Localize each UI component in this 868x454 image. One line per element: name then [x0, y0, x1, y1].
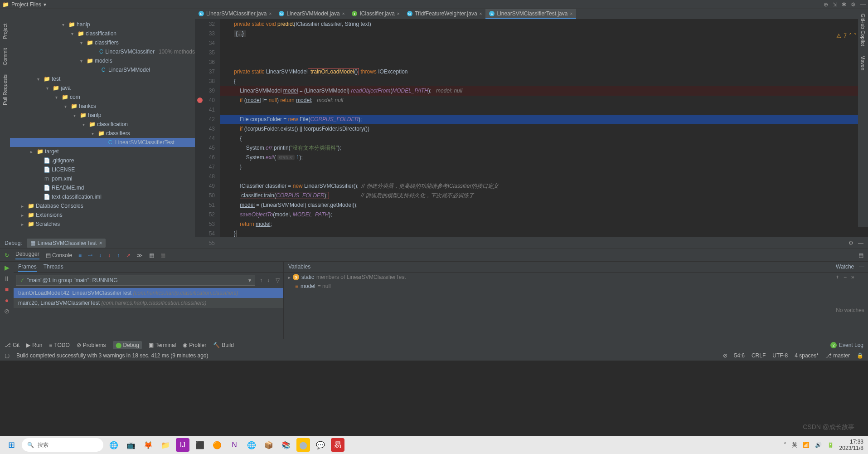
minimize-icon[interactable]: —: [859, 264, 864, 270]
tree-item[interactable]: 📄text-classification.iml: [10, 192, 195, 201]
code-line[interactable]: saveObjectTo(model, MODEL_PATH);: [220, 210, 868, 220]
variable-row[interactable]: ▸ S static members of LinearSVMClassifie…: [284, 273, 832, 282]
code-line[interactable]: model = (LinearSVMModel) classifier.getM…: [220, 200, 868, 210]
arrow-icon[interactable]: ▸: [21, 222, 26, 227]
line-number[interactable]: 43: [195, 124, 215, 134]
expand-icon[interactable]: ▸: [288, 275, 291, 280]
code-line[interactable]: private static void predict(IClassifier …: [220, 20, 868, 29]
arrow-icon[interactable]: ▾: [71, 31, 76, 36]
tab-linearsvmclassifier[interactable]: CLinearSVMClassifier.java×: [195, 9, 275, 19]
code-line[interactable]: [220, 172, 868, 181]
line-number[interactable]: 39: [195, 86, 215, 96]
code-line[interactable]: File corpusFolder = new File(CORPUS_FOLD…: [220, 115, 868, 124]
mute-icon[interactable]: ⊘: [4, 308, 10, 315]
thread-selector[interactable]: ✓ "main"@1 in group "main": RUNNING ▾: [16, 275, 255, 286]
close-icon[interactable]: ×: [99, 240, 102, 246]
line-number[interactable]: 47: [195, 162, 215, 172]
tree-item[interactable]: CLinearSVMModel: [10, 65, 195, 74]
line-ending[interactable]: CRLF: [752, 352, 766, 359]
editor-gutter[interactable]: 3233343536373839404142434445464748495051…: [195, 19, 220, 237]
tree-item[interactable]: ▾📁hanlp: [10, 20, 195, 29]
code-line[interactable]: IClassifier classifier = new LinearSVMCl…: [220, 181, 868, 191]
chevron-down-icon[interactable]: ˅: [854, 33, 857, 39]
problems-tool[interactable]: ⊘Problems: [77, 342, 106, 348]
stop-icon[interactable]: ■: [5, 286, 9, 293]
tree-item[interactable]: ▸📁Database Consoles: [10, 201, 195, 210]
code-line[interactable]: System.exit( status: 1);: [220, 153, 868, 162]
variable-row[interactable]: ≡ model = null: [284, 282, 832, 291]
app-icon[interactable]: 💬: [314, 438, 327, 452]
tree-item[interactable]: ▸📁Scratches: [10, 220, 195, 229]
maven-tool[interactable]: Maven: [860, 55, 866, 70]
line-number[interactable]: 51: [195, 200, 215, 210]
step-into-icon[interactable]: ↓: [99, 252, 102, 259]
code-line[interactable]: [220, 39, 868, 48]
tree-item[interactable]: ▾📁classification: [10, 29, 195, 38]
project-tree[interactable]: ▾📁hanlp▾📁classification▾📁classifiersCLin…: [10, 19, 195, 237]
close-icon[interactable]: ×: [480, 11, 482, 16]
tab-linearsvmmodel[interactable]: CLinearSVMModel.java×: [275, 9, 348, 19]
line-number[interactable]: 34: [195, 39, 215, 48]
clock[interactable]: 17:33 2023/11/8: [839, 439, 863, 452]
start-button[interactable]: ⊞: [5, 438, 18, 452]
more-icon[interactable]: »: [851, 274, 854, 280]
line-number[interactable]: 32: [195, 20, 215, 29]
stack-frame[interactable]: main:20, LinearSVMClassifierTest (com.ha…: [14, 298, 283, 308]
git-branch[interactable]: ⎇ master: [825, 352, 850, 359]
inspector-icon[interactable]: ⊘: [723, 352, 727, 359]
code-line[interactable]: }: [220, 162, 868, 172]
close-icon[interactable]: ×: [342, 11, 345, 16]
line-number[interactable]: 38: [195, 77, 215, 86]
threads-icon[interactable]: ≡: [78, 252, 82, 259]
debugger-tab[interactable]: Debugger: [15, 251, 39, 259]
step-over-icon[interactable]: ⤻: [88, 252, 92, 259]
collapse-icon[interactable]: ✱: [842, 1, 846, 8]
indent[interactable]: 4 spaces*: [795, 352, 819, 359]
run-tool[interactable]: ▶Run: [26, 342, 42, 348]
tree-item[interactable]: ▾📁hanlp: [10, 111, 195, 120]
app-icon[interactable]: 📺: [124, 438, 138, 452]
pullrequests-tool[interactable]: Pull Requests: [2, 74, 8, 105]
line-number[interactable]: 49: [195, 181, 215, 191]
code-line[interactable]: {...}: [220, 29, 868, 39]
trace-icon[interactable]: ▦: [149, 252, 154, 259]
hide-icon[interactable]: —: [860, 1, 866, 8]
threads-tab[interactable]: Threads: [44, 262, 63, 272]
next-frame-icon[interactable]: ↓: [265, 277, 272, 283]
arrow-icon[interactable]: ▾: [80, 40, 85, 45]
line-number[interactable]: 50: [195, 191, 215, 200]
layout-icon[interactable]: ▤: [858, 252, 863, 259]
code-line[interactable]: [220, 105, 868, 115]
app-icon[interactable]: N: [228, 438, 241, 452]
lock-icon[interactable]: 🔒: [857, 352, 863, 359]
todo-tool[interactable]: ≡TODO: [49, 342, 69, 348]
tree-item[interactable]: ▾📁hankcs: [10, 102, 195, 111]
line-number[interactable]: 36: [195, 58, 215, 67]
line-number[interactable]: 44: [195, 134, 215, 143]
cursor-position[interactable]: 54:6: [734, 352, 745, 359]
code-line[interactable]: }: [220, 229, 868, 239]
line-number[interactable]: 37: [195, 67, 215, 77]
code-line[interactable]: return model;: [220, 220, 868, 229]
project-files-dropdown[interactable]: 📁 Project Files ▾: [2, 1, 46, 8]
code-line[interactable]: if (!corpusFolder.exists() || !corpusFol…: [220, 124, 868, 134]
arrow-icon[interactable]: ▾: [92, 131, 96, 136]
line-number[interactable]: 45: [195, 143, 215, 153]
close-icon[interactable]: ×: [269, 11, 272, 16]
app-icon[interactable]: IJ: [176, 438, 189, 452]
arrow-icon[interactable]: ▾: [46, 86, 51, 91]
app-icon[interactable]: 🦊: [141, 438, 155, 452]
battery-icon[interactable]: 🔋: [827, 442, 834, 448]
wifi-icon[interactable]: 📶: [803, 442, 810, 448]
code-line[interactable]: classifier.train(CORPUS_FOLDER); // 训练后的…: [220, 191, 868, 200]
tree-item[interactable]: ▾📁models: [10, 56, 195, 65]
tree-item[interactable]: ▸📁Extensions: [10, 210, 195, 220]
app-icon[interactable]: 📦: [262, 438, 276, 452]
code-line[interactable]: System.err.println("没有文本分类语料");: [220, 143, 868, 153]
app-icon[interactable]: 🟠: [210, 438, 224, 452]
arrow-icon[interactable]: ▾: [73, 113, 78, 118]
pause-icon[interactable]: ⏸: [4, 275, 10, 282]
more-icon[interactable]: ▦: [160, 252, 165, 259]
code-line[interactable]: [220, 239, 868, 248]
app-icon[interactable]: 📁: [159, 438, 172, 452]
